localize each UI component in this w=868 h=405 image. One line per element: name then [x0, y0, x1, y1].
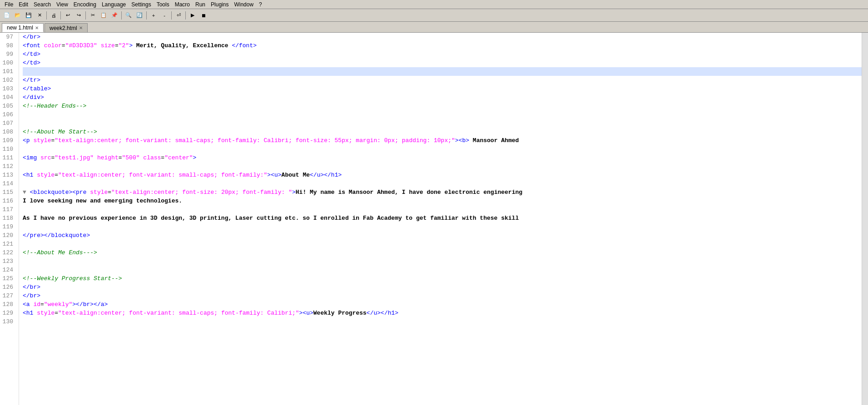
line-num-98: 98 [0, 41, 16, 50]
tab-new1-label: new 1.html [7, 25, 33, 31]
replace-btn[interactable]: 🔄 [134, 10, 144, 20]
code-line-101[interactable] [23, 67, 862, 76]
code-line-114[interactable] [23, 179, 862, 188]
sep2 [60, 11, 61, 20]
find-btn[interactable]: 🔍 [124, 10, 134, 20]
line-num-99: 99 [0, 50, 16, 59]
code-line-118[interactable]: As I have no previous experience in 3D d… [23, 214, 862, 222]
code-line-123[interactable] [23, 257, 862, 266]
line-num-128: 128 [0, 300, 16, 309]
code-line-105[interactable]: <!--Header Ends--> [23, 102, 862, 110]
cut-btn[interactable]: ✂ [88, 10, 98, 20]
line-num-104: 104 [0, 93, 16, 102]
save-btn[interactable]: 💾 [24, 10, 34, 20]
menu-edit[interactable]: Edit [16, 1, 31, 8]
redo-btn[interactable]: ↪ [74, 10, 84, 20]
code-line-119[interactable] [23, 222, 862, 231]
tab-new1-close[interactable]: ✕ [35, 25, 39, 30]
code-line-109[interactable]: <p style="text-align:center; font-varian… [23, 136, 862, 145]
code-line-115[interactable]: ▼ <blockquote><pre style="text-align:cen… [23, 188, 862, 197]
code-line-124[interactable] [23, 266, 862, 274]
code-line-120[interactable]: </pre></blockquote> [23, 231, 862, 240]
line-num-105: 105 [0, 102, 16, 110]
line-num-110: 110 [0, 145, 16, 153]
menu-window[interactable]: Window [231, 1, 256, 8]
line-num-115: 115 [0, 188, 16, 197]
code-area[interactable]: </br><font color="#D3D3D3" size="2"> Mer… [19, 33, 862, 405]
line-numbers: 9798991001011021031041051061071081091101… [0, 33, 19, 405]
line-num-107: 107 [0, 119, 16, 128]
code-line-125[interactable]: <!--Weekly Progress Start--> [23, 274, 862, 283]
line-num-124: 124 [0, 266, 16, 274]
menu-tools[interactable]: Tools [154, 1, 172, 8]
code-line-121[interactable] [23, 240, 862, 248]
code-line-129[interactable]: <h1 style="text-align:center; font-varia… [23, 309, 862, 317]
menu-view[interactable]: View [54, 1, 71, 8]
menubar: File Edit Search View Encoding Language … [0, 0, 868, 9]
undo-btn[interactable]: ↩ [63, 10, 73, 20]
line-num-120: 120 [0, 231, 16, 240]
tab-week2-label: week2.html [50, 25, 77, 31]
menu-plugins[interactable]: Plugins [208, 1, 231, 8]
code-line-113[interactable]: <h1 style="text-align:center; font-varia… [23, 171, 862, 179]
tab-week2[interactable]: week2.html ✕ [45, 23, 88, 32]
code-line-104[interactable]: </div> [23, 93, 862, 102]
line-num-129: 129 [0, 309, 16, 317]
code-line-111[interactable]: <img src="test1.jpg" height="500" class=… [23, 153, 862, 162]
tab-week2-close[interactable]: ✕ [79, 25, 83, 30]
tabs-bar: new 1.html ✕ week2.html ✕ [0, 22, 868, 33]
menu-language[interactable]: Language [99, 1, 129, 8]
print-btn[interactable]: 🖨 [49, 10, 59, 20]
line-num-102: 102 [0, 76, 16, 84]
code-line-106[interactable] [23, 110, 862, 119]
menu-help[interactable]: ? [256, 1, 265, 8]
new-btn[interactable]: 📄 [2, 10, 12, 20]
code-line-99[interactable]: </td> [23, 50, 862, 59]
menu-settings[interactable]: Settings [129, 1, 154, 8]
code-line-98[interactable]: <font color="#D3D3D3" size="2"> Merit, Q… [23, 41, 862, 50]
paste-btn[interactable]: 📌 [109, 10, 119, 20]
code-line-103[interactable]: </table> [23, 84, 862, 93]
line-num-121: 121 [0, 240, 16, 248]
menu-run[interactable]: Run [193, 1, 208, 8]
toolbar: 📄 📂 💾 ✕ 🖨 ↩ ↪ ✂ 📋 📌 🔍 🔄 + - ⏎ ▶ ⏹ [0, 9, 868, 22]
code-line-110[interactable] [23, 145, 862, 153]
menu-encoding[interactable]: Encoding [71, 1, 99, 8]
code-line-122[interactable]: <!--About Me Ends---> [23, 248, 862, 257]
sep5 [146, 11, 147, 20]
zoom-out-btn[interactable]: - [159, 10, 169, 20]
close-btn[interactable]: ✕ [35, 10, 45, 20]
code-line-107[interactable] [23, 119, 862, 128]
fold-marker[interactable]: ▼ [23, 189, 30, 196]
code-line-116[interactable]: I love seeking new and emerging technolo… [23, 197, 862, 205]
code-line-108[interactable]: <!--About Me Start--> [23, 128, 862, 136]
wrap-btn[interactable]: ⏎ [174, 10, 184, 20]
stop-btn[interactable]: ⏹ [198, 10, 208, 20]
line-num-118: 118 [0, 214, 16, 222]
sep6 [171, 11, 172, 20]
code-line-117[interactable] [23, 205, 862, 214]
line-num-117: 117 [0, 205, 16, 214]
code-line-97[interactable]: </br> [23, 33, 862, 41]
menu-search[interactable]: Search [31, 1, 54, 8]
menu-file[interactable]: File [2, 1, 16, 8]
code-line-128[interactable]: <a id="weekly"></br></a> [23, 300, 862, 309]
code-line-112[interactable] [23, 162, 862, 171]
line-num-114: 114 [0, 179, 16, 188]
tab-new1[interactable]: new 1.html ✕ [2, 23, 44, 32]
copy-btn[interactable]: 📋 [99, 10, 109, 20]
scrollbar-vertical[interactable] [862, 33, 868, 405]
code-line-102[interactable]: </tr> [23, 76, 862, 84]
open-btn[interactable]: 📂 [13, 10, 23, 20]
code-line-100[interactable]: </td> [23, 59, 862, 67]
code-line-126[interactable]: </br> [23, 283, 862, 291]
line-num-125: 125 [0, 274, 16, 283]
line-num-113: 113 [0, 171, 16, 179]
line-num-130: 130 [0, 317, 16, 326]
code-line-130[interactable] [23, 317, 862, 326]
macro-btn[interactable]: ▶ [188, 10, 198, 20]
code-line-127[interactable]: </br> [23, 291, 862, 300]
zoom-in-btn[interactable]: + [149, 10, 159, 20]
menu-macro[interactable]: Macro [172, 1, 193, 8]
line-num-123: 123 [0, 257, 16, 266]
